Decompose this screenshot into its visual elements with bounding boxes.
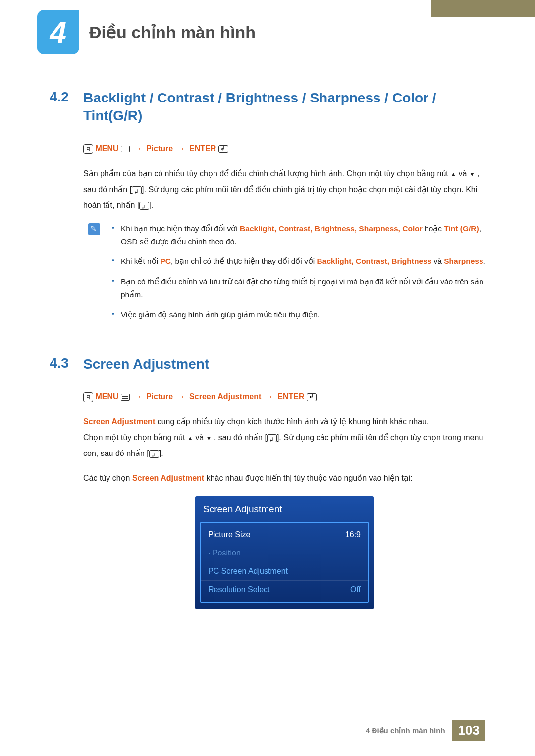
footer-page-number: 103 [452,720,485,741]
note-item: Việc giảm độ sáng hình ảnh giúp giảm mức… [112,308,485,321]
note-item: Khi kết nối PC, bạn chỉ có thể thực hiện… [112,255,485,268]
section-number: 4.3 [50,355,83,371]
note-item: Bạn có thể điều chỉnh và lưu trữ cài đặt… [112,275,485,302]
enter-label: ENTER [189,144,216,152]
enter-label: ENTER [277,392,304,401]
osd-row: Resolution Select Off [201,580,368,599]
menu-path: ☟ MENU → Picture → Screen Adjustment → E… [83,392,485,402]
menu-label: MENU [95,144,118,152]
enter-icon [218,145,228,153]
section-title: Backlight / Contrast / Brightness / Shar… [83,89,485,125]
menu-label: MENU [95,392,118,401]
footer-chapter-label: 4 Điều chỉnh màn hình [366,726,445,735]
section-title: Screen Adjustment [83,355,209,373]
up-arrow-icon: ▲ [450,171,456,178]
enter-icon [267,434,277,442]
menu-icon [121,146,130,152]
up-arrow-icon: ▲ [187,435,193,442]
osd-row: PC Screen Adjustment [201,562,368,580]
picture-label: Picture [146,392,173,401]
osd-row-value: Off [350,585,361,594]
osd-row-label: · Position [208,549,241,557]
menu-path: ☟ MENU → Picture → ENTER [83,144,485,154]
body-paragraph-3: Các tùy chọn Screen Adjustment khác nhau… [83,470,485,486]
osd-row: · Position [201,544,368,562]
osd-row: Picture Size 16:9 [201,526,368,544]
enter-icon [132,186,142,194]
body-paragraph: Sản phẩm của bạn có nhiều tùy chọn để đi… [83,166,485,213]
enter-icon [139,202,149,210]
section-number: 4.2 [50,89,83,105]
note-block: Khi bạn thực hiện thay đổi đối với Backl… [88,222,485,328]
enter-icon [307,393,317,401]
down-arrow-icon: ▼ [469,171,475,178]
chapter-header: 4 Điều chỉnh màn hình [37,10,256,54]
header-color-bar [431,0,535,17]
down-arrow-icon: ▼ [206,435,212,442]
osd-row-label: Picture Size [208,530,250,539]
body-paragraph-2: Chọn một tùy chọn bằng nút ▲ và ▼ , sau … [83,430,485,461]
chapter-number: 4 [37,10,79,54]
menu-icon [121,394,130,401]
hand-icon: ☟ [83,144,93,154]
pencil-note-icon [88,223,100,235]
note-item: Khi bạn thực hiện thay đổi đối với Backl… [112,222,485,249]
section-4-3: 4.3 Screen Adjustment ☟ MENU → Picture →… [50,355,485,609]
osd-panel: Screen Adjustment Picture Size 16:9 · Po… [195,496,374,609]
osd-row-label: PC Screen Adjustment [208,567,288,576]
body-paragraph-1: Screen Adjustment cung cấp nhiều tùy chọ… [83,414,485,430]
osd-row-label: Resolution Select [208,585,270,594]
osd-title: Screen Adjustment [200,503,369,522]
enter-icon [149,450,159,458]
hand-icon: ☟ [83,392,93,402]
section-4-2: 4.2 Backlight / Contrast / Brightness / … [50,89,485,328]
chapter-title: Điều chỉnh màn hình [89,22,256,42]
page-footer: 4 Điều chỉnh màn hình 103 [366,720,485,741]
osd-row-value: 16:9 [345,530,361,539]
screen-adj-label: Screen Adjustment [189,392,261,401]
picture-label: Picture [146,144,173,152]
